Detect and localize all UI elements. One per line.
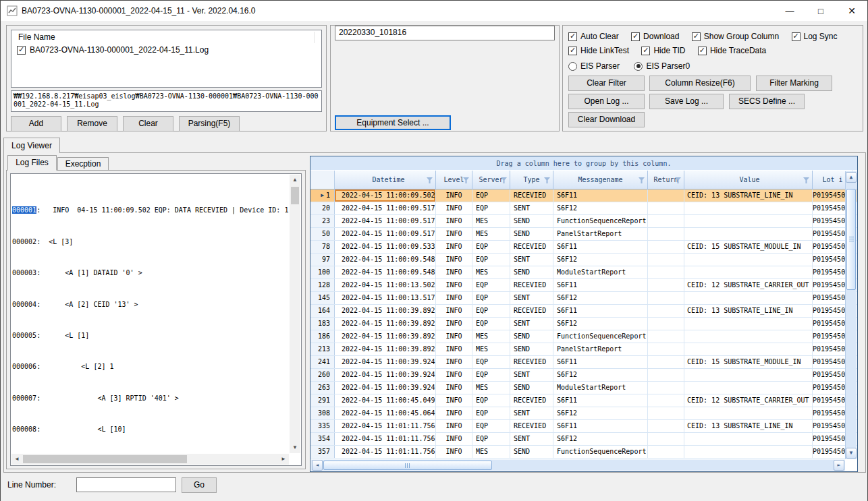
log-vscroll-thumb[interactable]: [291, 187, 299, 204]
grid-vscroll-thumb[interactable]: [846, 189, 856, 290]
log-line[interactable]: 000004: <A [2] CEID '13' >: [12, 301, 290, 309]
group-by-bar[interactable]: Drag a column here to group by this colu…: [310, 156, 857, 171]
log-vertical-scrollbar[interactable]: ▲ ▼: [290, 175, 300, 453]
radio-option[interactable]: EIS Parser: [568, 61, 620, 71]
log-line[interactable]: 000007: <A [3] RPTID '401' >: [12, 394, 290, 403]
file-path-box[interactable]: ₩₩192.168.8.217₩eisap03_eislog₩BA0723-OV…: [11, 90, 322, 112]
checkbox-box: ✓: [568, 32, 577, 41]
tab-exception[interactable]: Execption: [57, 157, 109, 171]
add-button[interactable]: Add: [11, 116, 61, 131]
column-resize-button[interactable]: Column Resize(F6): [649, 76, 751, 91]
filter-icon[interactable]: [639, 177, 645, 183]
grid-row[interactable]: ▶354 2022-04-15 11:01:11.756 INFO EQP SE…: [310, 433, 857, 446]
log-hscroll-thumb[interactable]: [23, 455, 187, 463]
grid-row[interactable]: ▶263 2022-04-15 11:00:39.924 INFO MES SE…: [310, 382, 857, 394]
cell-type: SEND: [510, 228, 553, 240]
grid-row[interactable]: ▶335 2022-04-15 11:01:11.756 INFO EQP RE…: [310, 420, 857, 433]
cell-return: [648, 189, 684, 202]
grid-row[interactable]: ▶186 2022-04-15 11:00:39.892 INFO MES SE…: [310, 330, 857, 343]
log-line[interactable]: 000006: <L [2] 1: [12, 363, 290, 371]
grid-row[interactable]: ▶1 2022-04-15 11:00:09.502 INFO EQP RECE…: [310, 189, 857, 202]
equipment-field[interactable]: 20220330_101816: [335, 26, 555, 40]
grid-row[interactable]: ▶291 2022-04-15 11:00:45.049 INFO EQP RE…: [310, 394, 857, 407]
line-number-input[interactable]: [76, 477, 176, 492]
scroll-right-icon[interactable]: ►: [834, 460, 844, 471]
file-list-item[interactable]: ✓ BA0723-OVNA-1130-000001_2022-04-15_11.…: [11, 44, 321, 55]
title-bar[interactable]: BA0723-OVNA-1130-000001_2022-04-15_11 - …: [1, 1, 867, 21]
filter-marking-button[interactable]: Filter Marking: [756, 76, 832, 91]
scroll-left-icon[interactable]: ◄: [11, 454, 22, 465]
grid-row[interactable]: ▶357 2022-04-15 11:01:11.756 INFO MES SE…: [310, 446, 857, 459]
checkbox-option[interactable]: ✓ Log Sync: [792, 32, 838, 41]
scroll-left-icon[interactable]: ◄: [312, 460, 323, 471]
checkbox-option[interactable]: ✓ Hide LinkTest: [568, 46, 629, 55]
grid-row[interactable]: ▶241 2022-04-15 11:00:39.924 INFO EQP RE…: [310, 356, 857, 369]
open-log-button[interactable]: Open Log ...: [568, 94, 645, 109]
checkbox-option[interactable]: ✓ Hide TID: [641, 46, 685, 55]
clear-filter-button[interactable]: Clear Filter: [568, 76, 645, 91]
grid-row[interactable]: ▶97 2022-04-15 11:00:09.548 INFO EQP SEN…: [310, 254, 857, 266]
filter-icon[interactable]: [803, 177, 809, 183]
clear-button[interactable]: Clear: [123, 116, 173, 131]
log-line[interactable]: 000001: INFO 04-15 11:00:09.502 EQP: DAT…: [12, 206, 290, 214]
scroll-down-icon[interactable]: ▼: [290, 442, 300, 453]
scroll-up-icon[interactable]: ▲: [846, 172, 857, 183]
filter-icon[interactable]: [544, 177, 550, 183]
log-text[interactable]: 000001: INFO 04-15 11:00:09.502 EQP: DAT…: [12, 175, 290, 453]
equipment-select-button[interactable]: Equipment Select ...: [335, 115, 451, 130]
log-text-panel[interactable]: 000001: INFO 04-15 11:00:09.502 EQP: DAT…: [10, 173, 302, 466]
close-button[interactable]: ✕: [836, 1, 867, 21]
tab-log-viewer[interactable]: Log Viewer: [3, 138, 60, 153]
secs-define-button[interactable]: SECS Define ...: [729, 94, 805, 109]
checkbox-option[interactable]: ✓ Download: [631, 32, 679, 41]
grid-hscroll-thumb[interactable]: [323, 461, 492, 470]
grid-row[interactable]: ▶50 2022-04-15 11:00:09.517 INFO MES SEN…: [310, 228, 857, 241]
grid-row[interactable]: ▶20 2022-04-15 11:00:09.517 INFO EQP SEN…: [310, 202, 857, 215]
grid-row[interactable]: ▶183 2022-04-15 11:00:39.892 INFO EQP SE…: [310, 318, 857, 330]
cell-messagename: S6F11: [553, 356, 648, 368]
radio-option[interactable]: EIS Parser0: [634, 61, 690, 71]
cell-server: EQP: [472, 420, 510, 432]
remove-button[interactable]: Remove: [67, 116, 117, 131]
parsing-button[interactable]: Parsing(F5): [179, 116, 240, 131]
scroll-right-icon[interactable]: ►: [278, 454, 289, 465]
file-checkbox[interactable]: ✓: [17, 46, 26, 55]
row-indicator: ▶213: [310, 343, 335, 355]
checkbox-option[interactable]: ✓ Show Group Column: [692, 32, 779, 41]
tab-log-files[interactable]: Log Files: [7, 155, 57, 171]
column-header-type[interactable]: Type: [510, 171, 553, 189]
checkbox-option[interactable]: ✓ Auto Clear: [568, 32, 619, 41]
column-header-datetime[interactable]: Datetime: [335, 171, 436, 189]
go-button[interactable]: Go: [182, 477, 217, 493]
log-line[interactable]: 000003: <A [1] DATAID '0' >: [12, 269, 290, 277]
grid-row[interactable]: ▶23 2022-04-15 11:00:09.517 INFO MES SEN…: [310, 215, 857, 228]
grid-row[interactable]: ▶100 2022-04-15 11:00:09.548 INFO MES SE…: [310, 266, 857, 279]
grid-row[interactable]: ▶164 2022-04-15 11:00:39.892 INFO EQP RE…: [310, 305, 857, 318]
save-log-button[interactable]: Save Log ...: [649, 94, 724, 109]
grid-row[interactable]: ▶78 2022-04-15 11:00:09.533 INFO EQP REC…: [310, 241, 857, 254]
grid-row[interactable]: ▶260 2022-04-15 11:00:39.924 INFO EQP SE…: [310, 369, 857, 382]
grid-row[interactable]: ▶308 2022-04-15 11:00:45.064 INFO EQP SE…: [310, 407, 857, 420]
checkbox-option[interactable]: ✓ Hide TraceData: [698, 46, 766, 55]
scroll-up-icon[interactable]: ▲: [290, 175, 300, 185]
grid-row[interactable]: ▶128 2022-04-15 11:00:13.502 INFO EQP RE…: [310, 279, 857, 292]
minimize-button[interactable]: —: [774, 1, 805, 21]
column-header-messagename[interactable]: Messagename: [553, 171, 648, 189]
log-horizontal-scrollbar[interactable]: ◄ ►: [11, 454, 289, 465]
grid-vertical-scrollbar[interactable]: ▲ ▼: [845, 171, 857, 459]
column-header-level[interactable]: Level: [436, 171, 472, 189]
scroll-down-icon[interactable]: ▼: [846, 448, 857, 459]
column-header-return[interactable]: Return: [648, 171, 684, 189]
grid-row[interactable]: ▶145 2022-04-15 11:00:13.517 INFO EQP SE…: [310, 292, 857, 305]
filter-icon[interactable]: [427, 177, 433, 183]
clear-download-button[interactable]: Clear Download: [568, 112, 645, 127]
maximize-button[interactable]: □: [805, 1, 836, 21]
log-line[interactable]: 000008: <L [10]: [12, 425, 290, 434]
log-line[interactable]: 000002: <L [3]: [12, 238, 290, 246]
log-line[interactable]: 000005: <L [1]: [12, 332, 290, 340]
column-header-value[interactable]: Value: [684, 171, 813, 189]
column-header-server[interactable]: Server: [472, 171, 510, 189]
grid-row[interactable]: ▶213 2022-04-15 11:00:39.892 INFO MES SE…: [310, 343, 857, 356]
grid-horizontal-scrollbar[interactable]: ◄ ►: [311, 459, 845, 471]
file-list[interactable]: File Name ✓ BA0723-OVNA-1130-000001_2022…: [11, 30, 322, 88]
